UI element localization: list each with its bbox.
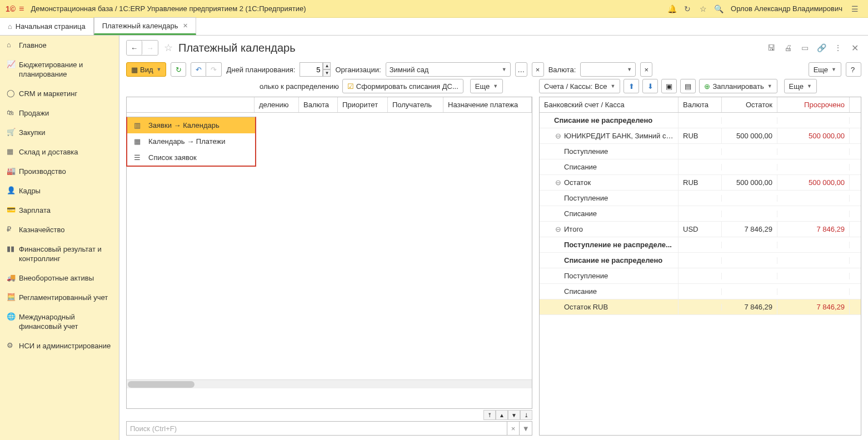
close-page-icon[interactable]: ✕ (848, 43, 861, 53)
col-account[interactable]: Банковский счет / Касса (540, 97, 679, 112)
layout1-button[interactable]: ▣ (661, 79, 677, 93)
menu-item-calendar-payments[interactable]: ▦ Календарь → Платежи (127, 133, 255, 149)
days-up-button[interactable]: ▲ (323, 62, 331, 69)
table-row[interactable]: Списание (540, 206, 861, 222)
table-row[interactable]: Списание не распределено (540, 253, 861, 268)
left-more-button[interactable]: Еще▼ (470, 79, 503, 93)
table-row[interactable]: Списание (540, 159, 861, 175)
tab-payment-calendar[interactable]: Платежный календарь ✕ (94, 17, 196, 35)
table-row[interactable]: Поступление (540, 191, 861, 206)
right-more-button[interactable]: Еще▼ (784, 79, 817, 93)
days-down-button[interactable]: ▼ (323, 69, 331, 77)
arrow-up-button[interactable]: ⬆ (623, 79, 639, 93)
username-label[interactable]: Орлов Александр Владимирович (731, 4, 842, 13)
expand-icon[interactable]: ⊖ (554, 225, 562, 233)
favorite-star-icon[interactable]: ☆ (164, 42, 173, 54)
window-icon[interactable]: ▭ (798, 43, 811, 52)
menu-item-requests-calendar[interactable]: ▥ Заявки → Календарь (127, 117, 255, 133)
menu-lines-icon[interactable]: ☰ (848, 4, 861, 13)
redo-button[interactable]: ↷ (206, 62, 222, 77)
accounts-filter-button[interactable]: Счета / Кассы: Все▼ (539, 79, 620, 93)
save-icon[interactable]: 🖫 (765, 43, 778, 52)
sidebar-item-finresult[interactable]: ▮▮Финансовый результат и контроллинг (0, 239, 119, 268)
tab-home[interactable]: ⌂ Начальная страница (0, 18, 94, 35)
table-row[interactable]: ⊖ЮНИКРЕДИТ БАНК, Зимний сад ...RUB500 00… (540, 128, 861, 144)
right-grid[interactable]: Банковский счет / Касса Валюта Остаток П… (539, 97, 861, 436)
menu-item-request-list[interactable]: ☰ Список заявок (127, 149, 255, 166)
nav-bottom-button[interactable]: ⤓ (520, 410, 532, 420)
sidebar-item-purchases[interactable]: 🛒Закупки (0, 123, 119, 142)
search-more-button[interactable]: ▼ (520, 421, 532, 436)
nav-down-button[interactable]: ▼ (508, 410, 520, 420)
view-button[interactable]: ▦ Вид ▼ (126, 62, 166, 77)
layout2-button[interactable]: ▤ (680, 79, 696, 93)
sidebar-item-regaccounting[interactable]: 🧮Регламентированный учет (0, 288, 119, 307)
hscrollbar[interactable] (127, 379, 532, 388)
org-select[interactable]: Зимний сад ▼ (386, 62, 511, 77)
arrow-up-icon: ⬆ (628, 82, 635, 91)
home-icon: ⌂ (7, 41, 19, 49)
plan-button[interactable]: ⊕ Запланировать▼ (699, 79, 777, 93)
redo-icon: ↷ (211, 66, 217, 74)
table-row[interactable]: ⊖ИтогоUSD7 846,297 846,29 (540, 222, 861, 237)
hamburger-icon[interactable]: ≡ (19, 4, 24, 14)
table-row[interactable]: Списание (540, 284, 861, 299)
table-row[interactable]: Поступление не распределе... (540, 237, 861, 253)
close-icon[interactable]: ✕ (183, 22, 188, 29)
search-input[interactable]: Поиск (Ctrl+F) (126, 421, 507, 436)
sidebar-item-sales[interactable]: 🛍Продажи (0, 103, 119, 123)
link-icon[interactable]: 🔗 (815, 43, 828, 52)
sidebar-item-crm[interactable]: ◯CRM и маркетинг (0, 84, 119, 103)
table-row[interactable]: Поступление (540, 268, 861, 284)
search-clear-button[interactable]: × (507, 421, 520, 436)
history-icon[interactable]: ↻ (681, 4, 694, 13)
nav-up-button[interactable]: ▲ (496, 410, 508, 420)
sidebar-item-warehouse[interactable]: ▦Склад и доставка (0, 142, 119, 162)
truck-icon: 🚚 (7, 273, 19, 282)
expand-icon[interactable]: ⊖ (554, 178, 562, 187)
sidebar-item-production[interactable]: 🏭Производство (0, 162, 119, 181)
days-input[interactable] (300, 62, 323, 77)
search-icon[interactable]: 🔍 (712, 4, 725, 13)
org-more-button[interactable]: … (515, 62, 527, 77)
bell-icon[interactable]: 🔔 (665, 4, 679, 13)
expand-icon[interactable]: ⊖ (554, 132, 562, 140)
sidebar-item-treasury[interactable]: ₽Казначейство (0, 220, 119, 239)
org-clear-button[interactable]: × (532, 62, 544, 77)
col-priority[interactable]: Приоритет (338, 97, 388, 112)
nav-back-button[interactable]: ← (127, 41, 142, 55)
table-row[interactable]: ⊖ОстатокRUB500 000,00500 000,00 (540, 175, 861, 191)
sidebar-item-assets[interactable]: 🚚Внеоборотные активы (0, 268, 119, 288)
table-row[interactable]: Поступление (540, 144, 861, 159)
table-row[interactable]: Списание не распределено (540, 113, 861, 128)
sidebar-item-main[interactable]: ⌂Главное (0, 36, 119, 55)
sidebar-item-budgeting[interactable]: 📈Бюджетирование и планирование (0, 55, 119, 84)
col-recipient[interactable]: Получатель (388, 97, 443, 112)
sidebar-item-ifrs[interactable]: 🌐Международный финансовый учет (0, 307, 119, 336)
col-overdue[interactable]: Просрочено (777, 97, 850, 112)
form-writeoffs-button[interactable]: ☑ Сформировать списания ДС... (342, 79, 463, 93)
currency-select[interactable]: ▼ (580, 62, 636, 77)
col-currency[interactable]: Валюта (299, 97, 338, 112)
undo-button[interactable]: ↶ (191, 62, 206, 77)
plus-icon: ⊕ (704, 82, 710, 91)
sidebar-item-salary[interactable]: 💳Зарплата (0, 201, 119, 220)
table-row[interactable]: Остаток RUB7 846,297 846,29 (540, 299, 861, 315)
sidebar-item-nsi[interactable]: ⚙НСИ и администрирование (0, 336, 119, 356)
arrow-down-button[interactable]: ⬇ (642, 79, 658, 93)
col-purpose[interactable]: Назначение платежа (443, 97, 532, 112)
sidebar-item-hr[interactable]: 👤Кадры (0, 181, 119, 201)
refresh-button[interactable]: ↻ (171, 62, 186, 77)
undo-icon: ↶ (196, 66, 202, 74)
nav-forward-button[interactable]: → (142, 41, 158, 55)
more-button[interactable]: Еще▼ (809, 62, 841, 77)
col-currency[interactable]: Валюта (679, 97, 722, 112)
col-balance[interactable]: Остаток (722, 97, 777, 112)
star-icon[interactable]: ☆ (696, 4, 710, 13)
help-button[interactable]: ? (846, 62, 861, 77)
currency-clear-button[interactable]: × (640, 62, 652, 77)
kebab-icon[interactable]: ⋮ (831, 43, 845, 52)
nav-top-button[interactable]: ⤒ (483, 410, 496, 420)
print-icon[interactable]: 🖨 (781, 43, 795, 52)
col-distribution[interactable]: делению (255, 97, 299, 112)
